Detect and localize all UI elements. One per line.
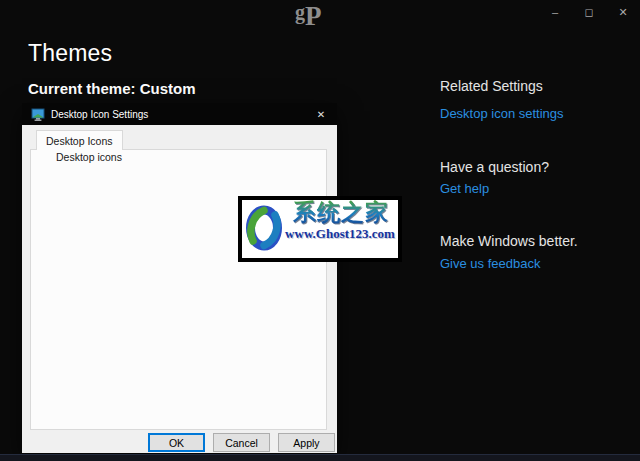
- desktop-icons-group-label: Desktop icons: [52, 151, 126, 163]
- desktop-icon-settings-link[interactable]: Desktop icon settings: [440, 106, 564, 121]
- tab-page: [30, 149, 327, 430]
- ok-button[interactable]: OK: [148, 433, 205, 452]
- desktop-icon-settings-dialog: Desktop Icon Settings ✕ Desktop Icons De…: [22, 103, 337, 453]
- brand-letter-p: P: [305, 1, 322, 31]
- get-help-link[interactable]: Get help: [440, 181, 489, 196]
- tab-desktop-icons[interactable]: Desktop Icons: [36, 130, 123, 150]
- groovypost-logo: gP: [295, 2, 322, 30]
- make-windows-better-heading: Make Windows better.: [440, 233, 578, 249]
- display-settings-icon: [31, 108, 45, 121]
- give-us-feedback-link[interactable]: Give us feedback: [440, 256, 540, 271]
- watermark-url-text: www.Ghost123.com: [282, 226, 398, 242]
- maximize-icon[interactable]: ◻: [572, 0, 606, 24]
- brand-letter-g: g: [295, 1, 305, 23]
- dialog-close-icon[interactable]: ✕: [305, 103, 337, 125]
- ghost123-swirl-icon: [243, 202, 285, 258]
- taskbar-edge: [0, 454, 640, 461]
- minimize-icon[interactable]: –: [538, 0, 572, 24]
- window-controls: – ◻ ✕: [538, 0, 640, 24]
- dialog-title: Desktop Icon Settings: [51, 109, 148, 120]
- have-a-question-heading: Have a question?: [440, 159, 549, 175]
- page-title: Themes: [28, 40, 112, 67]
- cancel-button[interactable]: Cancel: [213, 433, 270, 452]
- dialog-titlebar[interactable]: Desktop Icon Settings ✕: [22, 103, 337, 125]
- current-theme-label: Current theme: Custom: [28, 80, 196, 97]
- close-icon[interactable]: ✕: [606, 0, 640, 24]
- ghost123-watermark: 系统之家 www.Ghost123.com: [238, 196, 402, 262]
- apply-button[interactable]: Apply: [278, 433, 335, 452]
- watermark-cn-text: 系统之家: [284, 197, 398, 228]
- related-settings-heading: Related Settings: [440, 78, 543, 94]
